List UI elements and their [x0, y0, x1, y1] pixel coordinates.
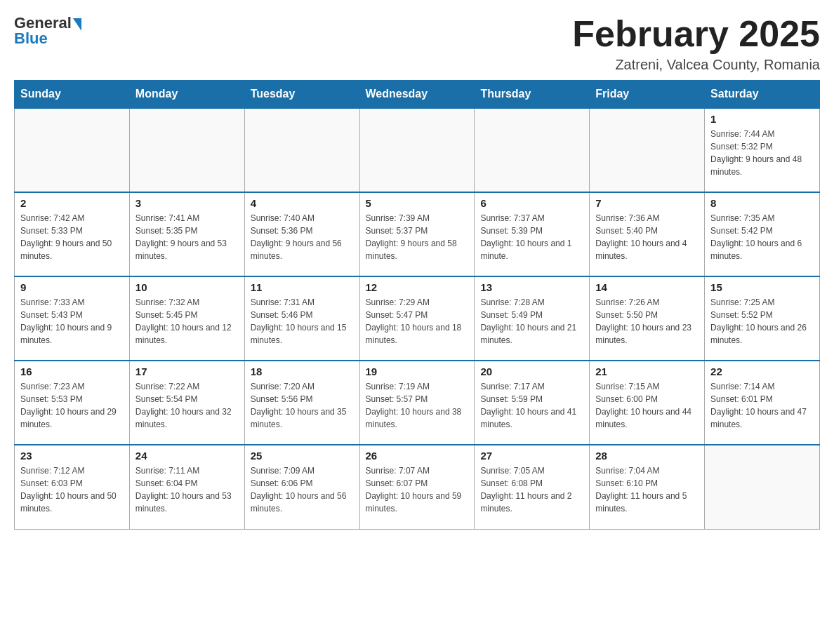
calendar-header-row: SundayMondayTuesdayWednesdayThursdayFrid…: [15, 81, 820, 109]
calendar-cell: 2Sunrise: 7:42 AM Sunset: 5:33 PM Daylig…: [15, 192, 130, 276]
calendar-cell: 5Sunrise: 7:39 AM Sunset: 5:37 PM Daylig…: [359, 192, 475, 276]
day-info: Sunrise: 7:09 AM Sunset: 6:06 PM Dayligh…: [251, 464, 354, 515]
day-number: 3: [135, 197, 239, 209]
day-number: 2: [20, 197, 124, 209]
day-number: 5: [366, 197, 469, 209]
logo-blue-text: Blue: [14, 29, 48, 48]
calendar-cell: 11Sunrise: 7:31 AM Sunset: 5:46 PM Dayli…: [244, 276, 359, 361]
day-info: Sunrise: 7:32 AM Sunset: 5:45 PM Dayligh…: [135, 296, 239, 347]
calendar-cell: 7Sunrise: 7:36 AM Sunset: 5:40 PM Daylig…: [590, 192, 705, 276]
calendar-cell: 18Sunrise: 7:20 AM Sunset: 5:56 PM Dayli…: [244, 361, 359, 445]
day-number: 21: [595, 365, 699, 377]
day-info: Sunrise: 7:37 AM Sunset: 5:39 PM Dayligh…: [480, 212, 583, 262]
calendar-cell: 19Sunrise: 7:19 AM Sunset: 5:57 PM Dayli…: [359, 361, 475, 445]
calendar-cell: 17Sunrise: 7:22 AM Sunset: 5:54 PM Dayli…: [129, 361, 244, 445]
calendar-cell: [475, 108, 590, 192]
day-number: 16: [20, 365, 124, 377]
day-info: Sunrise: 7:14 AM Sunset: 6:01 PM Dayligh…: [710, 380, 814, 431]
calendar-cell: 28Sunrise: 7:04 AM Sunset: 6:10 PM Dayli…: [590, 445, 705, 529]
day-number: 27: [480, 450, 583, 462]
calendar-header-tuesday: Tuesday: [244, 81, 359, 109]
day-number: 17: [135, 365, 239, 377]
calendar-cell: [590, 108, 705, 192]
calendar-cell: 3Sunrise: 7:41 AM Sunset: 5:35 PM Daylig…: [129, 192, 244, 276]
day-number: 6: [480, 197, 583, 209]
day-info: Sunrise: 7:17 AM Sunset: 5:59 PM Dayligh…: [480, 380, 583, 431]
calendar-title: February 2025: [572, 14, 820, 54]
day-number: 25: [251, 450, 354, 462]
page-header: General Blue February 2025 Zatreni, Valc…: [14, 14, 820, 73]
day-number: 26: [366, 450, 469, 462]
day-number: 24: [135, 450, 239, 462]
day-info: Sunrise: 7:19 AM Sunset: 5:57 PM Dayligh…: [366, 380, 469, 431]
calendar-week-row: 23Sunrise: 7:12 AM Sunset: 6:03 PM Dayli…: [15, 445, 820, 529]
calendar-week-row: 16Sunrise: 7:23 AM Sunset: 5:53 PM Dayli…: [15, 361, 820, 445]
calendar-header-thursday: Thursday: [475, 81, 590, 109]
day-info: Sunrise: 7:26 AM Sunset: 5:50 PM Dayligh…: [595, 296, 699, 347]
day-number: 11: [251, 281, 354, 293]
day-info: Sunrise: 7:22 AM Sunset: 5:54 PM Dayligh…: [135, 380, 239, 431]
calendar-cell: 4Sunrise: 7:40 AM Sunset: 5:36 PM Daylig…: [244, 192, 359, 276]
day-info: Sunrise: 7:31 AM Sunset: 5:46 PM Dayligh…: [251, 296, 354, 347]
calendar-cell: 24Sunrise: 7:11 AM Sunset: 6:04 PM Dayli…: [129, 445, 244, 529]
calendar-cell: 25Sunrise: 7:09 AM Sunset: 6:06 PM Dayli…: [244, 445, 359, 529]
calendar-cell: 1Sunrise: 7:44 AM Sunset: 5:32 PM Daylig…: [705, 108, 820, 192]
calendar-header-wednesday: Wednesday: [359, 81, 475, 109]
day-info: Sunrise: 7:40 AM Sunset: 5:36 PM Dayligh…: [251, 212, 354, 262]
day-info: Sunrise: 7:12 AM Sunset: 6:03 PM Dayligh…: [20, 464, 124, 515]
calendar-cell: 10Sunrise: 7:32 AM Sunset: 5:45 PM Dayli…: [129, 276, 244, 361]
calendar-cell: 12Sunrise: 7:29 AM Sunset: 5:47 PM Dayli…: [359, 276, 475, 361]
calendar-header-saturday: Saturday: [705, 81, 820, 109]
calendar-cell: 13Sunrise: 7:28 AM Sunset: 5:49 PM Dayli…: [475, 276, 590, 361]
day-info: Sunrise: 7:07 AM Sunset: 6:07 PM Dayligh…: [366, 464, 469, 515]
day-number: 20: [480, 365, 583, 377]
day-info: Sunrise: 7:15 AM Sunset: 6:00 PM Dayligh…: [595, 380, 699, 431]
day-number: 13: [480, 281, 583, 293]
day-info: Sunrise: 7:20 AM Sunset: 5:56 PM Dayligh…: [251, 380, 354, 431]
day-info: Sunrise: 7:25 AM Sunset: 5:52 PM Dayligh…: [710, 296, 814, 347]
day-number: 9: [20, 281, 124, 293]
calendar-cell: 6Sunrise: 7:37 AM Sunset: 5:39 PM Daylig…: [475, 192, 590, 276]
calendar-header-friday: Friday: [590, 81, 705, 109]
calendar-table: SundayMondayTuesdayWednesdayThursdayFrid…: [14, 80, 820, 530]
calendar-cell: 22Sunrise: 7:14 AM Sunset: 6:01 PM Dayli…: [705, 361, 820, 445]
calendar-cell: 8Sunrise: 7:35 AM Sunset: 5:42 PM Daylig…: [705, 192, 820, 276]
day-number: 10: [135, 281, 239, 293]
calendar-cell: 21Sunrise: 7:15 AM Sunset: 6:00 PM Dayli…: [590, 361, 705, 445]
day-info: Sunrise: 7:35 AM Sunset: 5:42 PM Dayligh…: [710, 212, 814, 262]
day-number: 15: [710, 281, 814, 293]
calendar-header-monday: Monday: [129, 81, 244, 109]
day-number: 14: [595, 281, 699, 293]
calendar-cell: 23Sunrise: 7:12 AM Sunset: 6:03 PM Dayli…: [15, 445, 130, 529]
calendar-cell: 16Sunrise: 7:23 AM Sunset: 5:53 PM Dayli…: [15, 361, 130, 445]
day-info: Sunrise: 7:05 AM Sunset: 6:08 PM Dayligh…: [480, 464, 583, 515]
calendar-cell: 20Sunrise: 7:17 AM Sunset: 5:59 PM Dayli…: [475, 361, 590, 445]
logo-arrow-icon: [73, 18, 81, 31]
logo: General Blue: [14, 14, 81, 48]
calendar-cell: 27Sunrise: 7:05 AM Sunset: 6:08 PM Dayli…: [475, 445, 590, 529]
day-number: 18: [251, 365, 354, 377]
day-info: Sunrise: 7:11 AM Sunset: 6:04 PM Dayligh…: [135, 464, 239, 515]
day-number: 19: [366, 365, 469, 377]
calendar-week-row: 1Sunrise: 7:44 AM Sunset: 5:32 PM Daylig…: [15, 108, 820, 192]
calendar-cell: 9Sunrise: 7:33 AM Sunset: 5:43 PM Daylig…: [15, 276, 130, 361]
day-info: Sunrise: 7:42 AM Sunset: 5:33 PM Dayligh…: [20, 212, 124, 262]
day-number: 28: [595, 450, 699, 462]
calendar-week-row: 2Sunrise: 7:42 AM Sunset: 5:33 PM Daylig…: [15, 192, 820, 276]
calendar-cell: 14Sunrise: 7:26 AM Sunset: 5:50 PM Dayli…: [590, 276, 705, 361]
day-info: Sunrise: 7:23 AM Sunset: 5:53 PM Dayligh…: [20, 380, 124, 431]
calendar-cell: [129, 108, 244, 192]
day-info: Sunrise: 7:28 AM Sunset: 5:49 PM Dayligh…: [480, 296, 583, 347]
day-number: 1: [710, 113, 814, 125]
calendar-subtitle: Zatreni, Valcea County, Romania: [572, 57, 820, 73]
calendar-cell: 15Sunrise: 7:25 AM Sunset: 5:52 PM Dayli…: [705, 276, 820, 361]
day-number: 8: [710, 197, 814, 209]
day-number: 23: [20, 450, 124, 462]
day-number: 12: [366, 281, 469, 293]
calendar-week-row: 9Sunrise: 7:33 AM Sunset: 5:43 PM Daylig…: [15, 276, 820, 361]
calendar-cell: [15, 108, 130, 192]
day-info: Sunrise: 7:29 AM Sunset: 5:47 PM Dayligh…: [366, 296, 469, 347]
day-number: 22: [710, 365, 814, 377]
day-number: 4: [251, 197, 354, 209]
title-section: February 2025 Zatreni, Valcea County, Ro…: [572, 14, 820, 73]
